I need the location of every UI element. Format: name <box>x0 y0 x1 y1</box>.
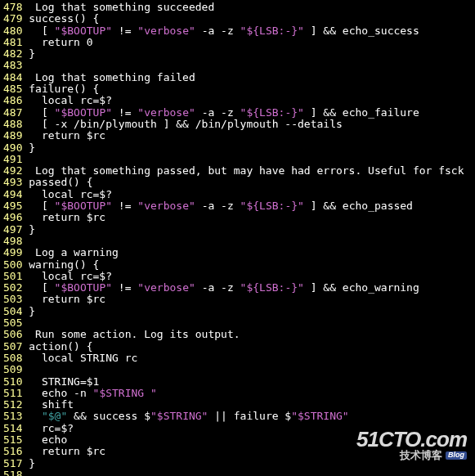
code-line: 498 <box>3 236 472 247</box>
code-text: [ "$BOOTUP" != "verbose" -a -z "${LSB:-}… <box>29 200 413 212</box>
line-number: 495 <box>3 200 22 212</box>
code-line: 485failure() { <box>3 83 472 95</box>
code-text: return $rc <box>29 130 105 141</box>
code-text: "$@" && success $"$STRING" || failure $"… <box>29 411 348 422</box>
line-number: 479 <box>3 13 22 25</box>
code-text: shift <box>29 399 74 411</box>
line-number: 501 <box>3 271 22 282</box>
code-line: 491 <box>3 154 472 165</box>
code-text: echo <box>29 434 67 446</box>
code-line: 484 Log that something failed <box>3 72 472 83</box>
line-number: 488 <box>3 119 22 130</box>
code-line: 492 Log that something passed, but may h… <box>3 165 472 177</box>
code-line: 510 STRING=$1 <box>3 376 472 388</box>
line-number: 509 <box>3 364 22 375</box>
line-number: 500 <box>3 259 22 271</box>
code-line: 488 [ -x /bin/plymouth ] && /bin/plymout… <box>3 119 472 130</box>
line-number: 515 <box>3 434 22 446</box>
line-number: 496 <box>3 212 22 223</box>
code-text: Log that something succeeded <box>29 2 214 13</box>
code-text: } <box>29 306 35 317</box>
code-line: 509 <box>3 364 472 375</box>
code-text: } <box>29 458 35 469</box>
line-number: 502 <box>3 282 22 294</box>
code-text: Log that something failed <box>29 72 195 83</box>
line-number: 487 <box>3 107 22 119</box>
line-number: 510 <box>3 376 22 388</box>
line-number: 491 <box>3 154 22 165</box>
code-line: 482} <box>3 48 472 60</box>
code-text: local rc=$? <box>29 189 112 200</box>
line-number: 516 <box>3 446 22 457</box>
code-text: action() { <box>29 341 92 353</box>
code-text: rc=$? <box>29 423 74 434</box>
line-number: 512 <box>3 399 22 411</box>
line-number: 504 <box>3 306 22 317</box>
code-line: 479success() { <box>3 13 472 25</box>
code-text: passed() { <box>29 177 92 188</box>
code-line: 506 Run some action. Log its output. <box>3 329 472 340</box>
code-text: Log a warning <box>29 247 119 258</box>
code-text: [ "$BOOTUP" != "verbose" -a -z "${LSB:-}… <box>29 25 419 37</box>
line-number: 485 <box>3 83 22 95</box>
line-number: 517 <box>3 458 22 469</box>
code-line: 503 return $rc <box>3 294 472 305</box>
code-line: 502 [ "$BOOTUP" != "verbose" -a -z "${LS… <box>3 282 472 294</box>
code-line: 508 local STRING rc <box>3 353 472 364</box>
code-text: warning() { <box>29 259 99 271</box>
code-text: STRING=$1 <box>29 376 99 388</box>
code-line: 514 rc=$? <box>3 423 472 434</box>
code-line: 496 return $rc <box>3 212 472 223</box>
code-text: Run some action. Log its output. <box>29 329 240 340</box>
line-number: 482 <box>3 48 22 60</box>
code-text: return $rc <box>29 446 105 457</box>
code-line: 483 <box>3 60 472 71</box>
code-line: 489 return $rc <box>3 130 472 141</box>
line-number: 497 <box>3 224 22 236</box>
code-text: } <box>29 224 35 236</box>
code-text: [ "$BOOTUP" != "verbose" -a -z "${LSB:-}… <box>29 107 419 119</box>
line-number: 514 <box>3 423 22 434</box>
line-number: 498 <box>3 236 22 247</box>
code-line: 518 <box>3 469 472 476</box>
line-number: 507 <box>3 341 22 353</box>
code-line: 515 echo <box>3 434 472 446</box>
line-number: 480 <box>3 25 22 37</box>
code-text: return 0 <box>29 37 92 48</box>
code-line: 513 "$@" && success $"$STRING" || failur… <box>3 411 472 422</box>
line-number: 506 <box>3 329 22 340</box>
line-number: 493 <box>3 177 22 188</box>
code-text: echo -n "$STRING " <box>29 388 157 399</box>
code-line: 512 shift <box>3 399 472 411</box>
code-text: return $rc <box>29 294 105 305</box>
line-number: 490 <box>3 142 22 154</box>
code-text: success() { <box>29 13 99 25</box>
code-line: 495 [ "$BOOTUP" != "verbose" -a -z "${LS… <box>3 200 472 212</box>
line-number: 505 <box>3 317 22 329</box>
line-number: 492 <box>3 165 22 177</box>
code-text: local rc=$? <box>29 95 112 106</box>
line-number: 489 <box>3 130 22 141</box>
code-text: failure() { <box>29 83 99 95</box>
code-text: return $rc <box>29 212 105 223</box>
code-line: 493passed() { <box>3 177 472 188</box>
code-line: 501 local rc=$? <box>3 271 472 282</box>
line-number: 503 <box>3 294 22 305</box>
code-line: 504} <box>3 306 472 317</box>
code-line: 505 <box>3 317 472 329</box>
code-text: } <box>29 48 35 60</box>
line-number: 518 <box>3 469 22 476</box>
line-number: 481 <box>3 37 22 48</box>
line-number: 483 <box>3 60 22 71</box>
code-text: [ -x /bin/plymouth ] && /bin/plymouth --… <box>29 119 343 130</box>
line-number: 499 <box>3 247 22 258</box>
code-line: 478 Log that something succeeded <box>3 2 472 13</box>
code-line: 487 [ "$BOOTUP" != "verbose" -a -z "${LS… <box>3 107 472 119</box>
code-line: 490} <box>3 142 472 154</box>
code-line: 507action() { <box>3 341 472 353</box>
code-line: 486 local rc=$? <box>3 95 472 106</box>
line-number: 486 <box>3 95 22 106</box>
line-number: 508 <box>3 353 22 364</box>
code-line: 481 return 0 <box>3 37 472 48</box>
code-line: 517} <box>3 458 472 469</box>
